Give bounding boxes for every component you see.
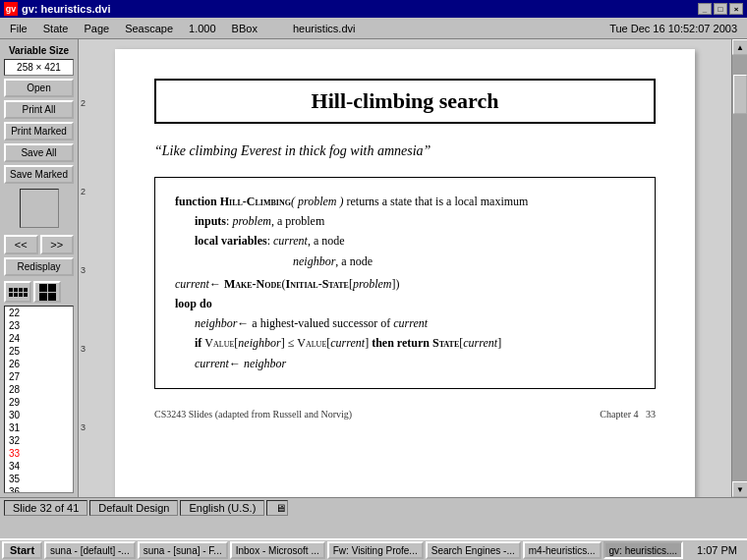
page-num-26[interactable]: 26 xyxy=(5,358,73,370)
page-num-25[interactable]: 25 xyxy=(5,345,73,358)
algo-line-2: inputs: problem, a problem xyxy=(175,212,635,231)
scroll-up-button[interactable]: ▲ xyxy=(732,39,747,55)
page-marker-4: 3 xyxy=(81,344,86,354)
algo-line-1: function Hill-Climbing( problem ) return… xyxy=(175,193,635,211)
size-display: 258 × 421 xyxy=(4,59,74,76)
redisplay-button[interactable]: Redisplay xyxy=(4,257,74,276)
page-num-27[interactable]: 27 xyxy=(5,370,73,383)
footer-left: CS3243 Slides (adapted from Russell and … xyxy=(154,409,352,420)
minimize-button[interactable]: _ xyxy=(698,3,712,15)
slide-status: Slide 32 of 41 xyxy=(4,500,87,516)
footer-chapter-page: Chapter 4 33 xyxy=(600,409,656,420)
page-num-30[interactable]: 30 xyxy=(5,409,73,421)
page-num-32[interactable]: 32 xyxy=(5,434,73,447)
menu-state[interactable]: State xyxy=(35,19,77,38)
doc-footer: CS3243 Slides (adapted from Russell and … xyxy=(154,409,656,420)
close-button[interactable]: × xyxy=(729,3,743,15)
window-title: gv: heuristics.dvi xyxy=(22,3,698,15)
menu-bbox[interactable]: BBox xyxy=(224,19,265,38)
main-area: Variable Size 258 × 421 Open Print All P… xyxy=(0,39,747,497)
scroll-thumb[interactable] xyxy=(733,75,747,114)
page-num-33[interactable]: 33 xyxy=(5,447,73,460)
scroll-down-button[interactable]: ▼ xyxy=(732,481,747,497)
open-button[interactable]: Open xyxy=(4,79,74,97)
app-icon: gv xyxy=(4,2,18,16)
taskbar-item-1[interactable]: suna - [suna] - F... xyxy=(138,541,228,559)
save-all-button[interactable]: Save All xyxy=(4,143,74,162)
print-marked-button[interactable]: Print Marked xyxy=(4,122,74,140)
page-marker-2: 2 xyxy=(81,187,86,196)
scroll-track[interactable] xyxy=(732,55,747,481)
kw-loop: loop do xyxy=(175,297,212,310)
taskbar-item-6[interactable]: gv: heuristics.... xyxy=(603,541,683,559)
taskbar-right: 1:07 PM xyxy=(693,544,745,556)
print-all-button[interactable]: Print All xyxy=(4,100,74,119)
right-scrollbar: ▲ ▼ xyxy=(731,39,747,497)
menu-file[interactable]: File xyxy=(2,19,35,38)
document-page: Hill-climbing search “Like climbing Ever… xyxy=(115,49,695,497)
taskbar-item-0[interactable]: suna - [default] -... xyxy=(44,541,136,559)
taskbar-item-4[interactable]: Search Engines -... xyxy=(426,541,521,559)
sidebar: Variable Size 258 × 421 Open Print All P… xyxy=(0,39,79,497)
page-number-list[interactable]: 2223242526272829303132333435363738394041… xyxy=(4,306,74,493)
status-bar: Slide 32 of 41 Default Design English (U… xyxy=(0,497,747,517)
taskbar-item-3[interactable]: Fw: Visiting Profe... xyxy=(327,541,424,559)
page-marker-1: 2 xyxy=(81,98,86,108)
page-markers: 2 2 3 3 3 xyxy=(79,39,96,497)
window-controls: _ □ × xyxy=(698,3,743,15)
algo-line-6: loop do xyxy=(175,295,635,313)
maximize-button[interactable]: □ xyxy=(714,3,727,15)
page-num-22[interactable]: 22 xyxy=(5,307,73,319)
language-status: English (U.S.) xyxy=(180,500,264,516)
page-num-23[interactable]: 23 xyxy=(5,319,73,332)
extra-status: 🖥 xyxy=(266,500,288,516)
thumb-small[interactable] xyxy=(4,281,31,303)
next-button[interactable]: >> xyxy=(40,235,75,254)
taskbar-item-5[interactable]: m4-heuristics... xyxy=(523,541,602,559)
kw-inputs: inputs xyxy=(195,214,226,228)
clock: 1:07 PM xyxy=(693,544,741,556)
algo-line-3: local variables: current, a node xyxy=(175,232,635,251)
filename-display: heuristics.dvi xyxy=(285,19,364,38)
kw-if: if xyxy=(195,336,201,350)
algorithm-box: function Hill-Climbing( problem ) return… xyxy=(154,177,656,389)
taskbar: Start suna - [default] -... suna - [suna… xyxy=(0,538,747,560)
kw-localvars: local variables xyxy=(195,234,267,248)
algo-line-5: current← Make-Node(Initial-State[problem… xyxy=(175,275,635,294)
content-area: 2 2 3 3 3 Hill-climbing search “Like cli… xyxy=(79,39,731,497)
algo-line-8: if Value[neighbor] ≤ Value[current] then… xyxy=(175,334,635,353)
thumb-large[interactable] xyxy=(33,281,61,303)
datetime-display: Tue Dec 16 10:52:07 2003 xyxy=(609,23,745,34)
menu-zoom[interactable]: 1.000 xyxy=(181,19,224,38)
algo-func-name: Hill-Climbing xyxy=(220,195,291,208)
page-marker-5: 3 xyxy=(81,422,86,432)
prev-button[interactable]: << xyxy=(4,235,38,254)
save-marked-button[interactable]: Save Marked xyxy=(4,165,74,184)
doc-quote: “Like climbing Everest in thick fog with… xyxy=(154,143,656,159)
design-status: Default Design xyxy=(89,500,178,516)
page-marker-3: 3 xyxy=(81,265,86,275)
thumbnail-area xyxy=(4,281,74,303)
doc-title: Hill-climbing search xyxy=(312,88,499,113)
menu-bar: File State Page Seascape 1.000 BBox heur… xyxy=(0,18,747,39)
menu-seascape[interactable]: Seascape xyxy=(117,19,181,38)
algo-line-7: neighbor← a highest-valued successor of … xyxy=(175,314,635,333)
page-num-34[interactable]: 34 xyxy=(5,460,73,473)
page-num-31[interactable]: 31 xyxy=(5,421,73,434)
start-button[interactable]: Start xyxy=(2,541,42,559)
taskbar-item-2[interactable]: Inbox - Microsoft ... xyxy=(230,541,325,559)
page-num-28[interactable]: 28 xyxy=(5,383,73,396)
doc-title-box: Hill-climbing search xyxy=(154,79,656,124)
algo-line-4: neighbor, a node xyxy=(175,252,635,271)
variable-size-label: Variable Size xyxy=(4,45,74,56)
page-num-36[interactable]: 36 xyxy=(5,485,73,493)
menu-page[interactable]: Page xyxy=(76,19,117,38)
kw-function: function xyxy=(175,195,217,208)
page-num-35[interactable]: 35 xyxy=(5,473,73,485)
algo-line-9: current← neighbor xyxy=(175,355,635,373)
page-num-29[interactable]: 29 xyxy=(5,396,73,409)
page-num-24[interactable]: 24 xyxy=(5,332,73,345)
nav-buttons: << >> xyxy=(4,235,74,254)
title-bar: gv gv: heuristics.dvi _ □ × xyxy=(0,0,747,18)
